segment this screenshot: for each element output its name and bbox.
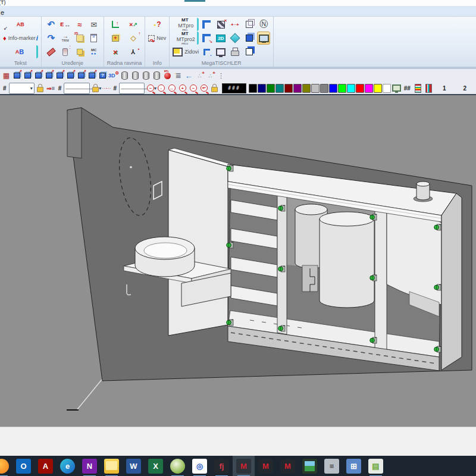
cube-solid-button[interactable] xyxy=(243,32,256,45)
taskbar-photos[interactable] xyxy=(299,456,321,476)
union-button[interactable] xyxy=(44,70,54,82)
workplane-solid-button[interactable] xyxy=(107,32,124,45)
color-swatch-olive[interactable] xyxy=(302,84,311,93)
wall-end-face[interactable] xyxy=(67,108,82,158)
corpus-edit-button[interactable] xyxy=(200,32,213,45)
layer-tool-button[interactable] xyxy=(46,83,56,94)
line-points-button[interactable] xyxy=(101,83,111,94)
hinge-fitting[interactable] xyxy=(434,284,441,290)
board-button[interactable] xyxy=(214,18,227,31)
workplane-axis-button[interactable] xyxy=(107,18,124,31)
copy-points-button[interactable] xyxy=(205,70,215,82)
measure-info-button[interactable] xyxy=(148,18,166,31)
solid-edit-button[interactable] xyxy=(76,70,86,82)
paste-button[interactable] xyxy=(87,32,101,45)
pen-table-button[interactable] xyxy=(413,83,423,94)
color-table-button[interactable] xyxy=(424,83,434,94)
taskbar-spiral[interactable]: ◎ xyxy=(189,456,211,476)
taskbar-calculator[interactable]: ⊞ xyxy=(343,456,365,476)
zoom-in-button[interactable]: + xyxy=(177,83,187,94)
drawing-list-button[interactable] xyxy=(1,70,11,82)
trim-button[interactable] xyxy=(59,32,72,45)
hinge-fitting[interactable] xyxy=(227,165,233,171)
shell-button[interactable] xyxy=(152,70,162,82)
right-end-panel[interactable] xyxy=(441,193,462,370)
front-panel-button[interactable] xyxy=(214,45,227,58)
cone-button[interactable] xyxy=(130,70,140,82)
material-epl-button[interactable] xyxy=(162,70,173,82)
viewport-3d[interactable] xyxy=(0,95,476,427)
linetype-lock[interactable] xyxy=(90,83,101,94)
tube-button[interactable] xyxy=(141,70,151,82)
text-style-button[interactable] xyxy=(3,45,38,58)
zoom-window-button[interactable]: ▫ xyxy=(156,83,166,94)
color-swatch-blue[interactable] xyxy=(329,84,337,93)
zidovi-button[interactable]: Zidovi xyxy=(173,45,199,58)
boiler-large-body[interactable] xyxy=(320,219,374,308)
move-points-button[interactable] xyxy=(195,70,205,82)
linewidth-select[interactable]: ——————— xyxy=(119,83,145,94)
taskbar-megacad-3[interactable]: M xyxy=(277,456,299,476)
taskbar-explorer[interactable] xyxy=(101,456,123,476)
zoom-previous-button[interactable]: ↩ xyxy=(199,83,209,94)
linetype-select[interactable]: ——————— xyxy=(64,83,89,94)
color-swatch-white[interactable] xyxy=(383,84,391,93)
hinge-fitting[interactable] xyxy=(370,275,377,281)
color-swatch-yellow[interactable] xyxy=(374,84,382,93)
intersect-button[interactable] xyxy=(65,70,76,82)
render-button[interactable] xyxy=(108,70,119,82)
mtpro-button[interactable]: MTpro xyxy=(173,18,199,31)
pen-select[interactable] xyxy=(9,83,35,94)
color-swatch-gray[interactable] xyxy=(320,84,328,93)
corpus-button[interactable] xyxy=(200,18,213,31)
corpus-parts-button[interactable] xyxy=(200,45,213,58)
taskbar-firefox[interactable] xyxy=(0,456,12,476)
solid-info-button[interactable] xyxy=(98,70,108,82)
menu-tab[interactable]: e xyxy=(1,9,4,16)
taskbar-excel[interactable]: X xyxy=(145,456,167,476)
view-2d-button[interactable] xyxy=(214,32,227,45)
delete-button[interactable] xyxy=(45,45,58,58)
back-button[interactable] xyxy=(184,70,194,82)
hinge-fitting[interactable] xyxy=(370,214,377,220)
workplane-3point-button[interactable] xyxy=(125,45,142,58)
more-tools-button[interactable] xyxy=(216,70,226,82)
cube-wire-button[interactable] xyxy=(243,18,256,31)
copy-angle-button[interactable] xyxy=(73,32,86,45)
color-swatch-magenta[interactable] xyxy=(365,84,373,93)
zoom-out-button[interactable]: − xyxy=(145,83,155,94)
taskbar-megacad-active[interactable]: M xyxy=(233,456,255,476)
redo-button[interactable] xyxy=(45,32,58,45)
color-swatch-green[interactable] xyxy=(267,84,275,93)
vent-pipe-top[interactable] xyxy=(416,181,430,186)
menu-tab-row[interactable]: e xyxy=(0,6,476,17)
taskbar-edge[interactable]: e xyxy=(57,456,79,476)
hinge-fitting[interactable] xyxy=(370,337,377,343)
taskbar-notes[interactable]: ≡ xyxy=(321,456,343,476)
mc-points-button[interactable] xyxy=(87,45,101,58)
hinge-fitting[interactable] xyxy=(278,325,285,331)
color-swatch-black[interactable] xyxy=(249,84,257,93)
taskbar-fj[interactable]: fj xyxy=(211,456,233,476)
fittings-button[interactable] xyxy=(228,18,242,31)
color-swatch-purple[interactable] xyxy=(293,84,302,93)
info-marker-button[interactable]: Info-marker xyxy=(3,32,38,45)
subtract-button[interactable] xyxy=(55,70,65,82)
cube-section-button[interactable] xyxy=(243,45,256,58)
workplane-move-button[interactable] xyxy=(125,18,142,31)
divider-panel-1[interactable] xyxy=(277,178,287,334)
color-swatch-teal[interactable] xyxy=(275,84,284,93)
workplane-flip-button[interactable] xyxy=(107,45,124,58)
current-color-chip[interactable]: ### xyxy=(222,83,246,93)
send-drawing-button[interactable] xyxy=(87,18,101,31)
zoom-lock[interactable] xyxy=(209,83,220,94)
hinge-fitting[interactable] xyxy=(278,205,285,211)
copy-group-button[interactable] xyxy=(73,45,86,58)
text-3d-button[interactable] xyxy=(3,18,38,31)
cylinder-button[interactable] xyxy=(120,70,130,82)
color-swatch-red[interactable] xyxy=(356,84,364,93)
hinge-fitting[interactable] xyxy=(227,242,233,248)
freehand-button[interactable] xyxy=(73,18,86,31)
extrude-button[interactable] xyxy=(12,70,22,82)
nev-button[interactable]: Nev xyxy=(148,32,166,45)
